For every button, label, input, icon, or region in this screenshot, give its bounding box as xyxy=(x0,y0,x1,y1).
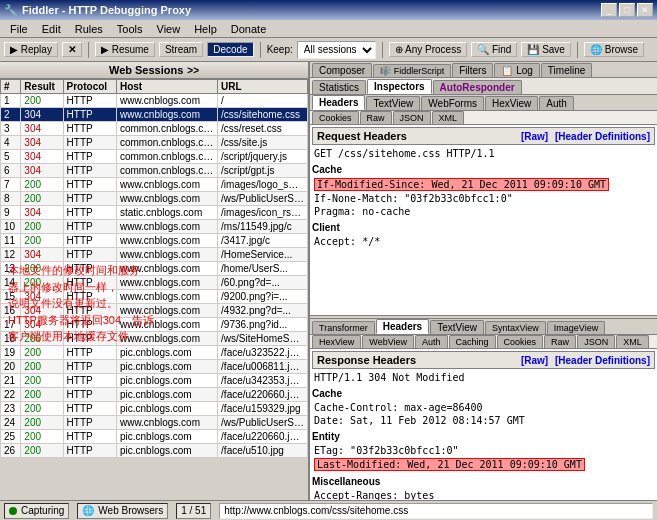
response-tab-textview[interactable]: TextView xyxy=(430,320,484,334)
table-row[interactable]: 17304HTTPwww.cnblogs.com/9736.png?id... xyxy=(1,318,308,332)
cell-result: 304 xyxy=(21,304,63,318)
response-subtab-caching[interactable]: Caching xyxy=(449,335,496,348)
request-raw-link[interactable]: [Raw] xyxy=(521,131,548,142)
request-tab-auth[interactable]: Auth xyxy=(539,96,574,110)
menu-edit[interactable]: Edit xyxy=(36,22,67,36)
collapse-arrow[interactable]: >> xyxy=(187,65,199,76)
table-row[interactable]: 12304HTTPwww.cnblogs.com/HomeService... xyxy=(1,248,308,262)
response-tab-syntaxview[interactable]: SyntaxView xyxy=(485,321,546,334)
response-subtab-cookies[interactable]: Cookies xyxy=(497,335,544,348)
table-row[interactable]: 21200HTTPpic.cnblogs.com/face/u342353.jp… xyxy=(1,374,308,388)
find-button[interactable]: 🔍 Find xyxy=(471,42,517,57)
keep-dropdown[interactable]: All sessions xyxy=(297,41,376,59)
request-tab-textview[interactable]: TextView xyxy=(366,96,420,110)
request-tab-hexview[interactable]: HexView xyxy=(485,96,538,110)
cell-protocol: HTTP xyxy=(63,402,116,416)
col-num[interactable]: # xyxy=(1,80,21,94)
table-row[interactable]: 8200HTTPwww.cnblogs.com/ws/PublicUserSer… xyxy=(1,192,308,206)
table-row[interactable]: 4304HTTPcommon.cnblogs.com/css/site.js xyxy=(1,136,308,150)
response-raw-link[interactable]: [Raw] xyxy=(521,355,548,366)
response-subtab-xml[interactable]: XML xyxy=(616,335,649,348)
close-button[interactable]: ✕ xyxy=(637,3,653,17)
table-row[interactable]: 15304HTTPwww.cnblogs.com/9200.png?i=... xyxy=(1,290,308,304)
tab-filters[interactable]: Filters xyxy=(452,63,493,77)
table-row[interactable]: 20200HTTPpic.cnblogs.com/face/u006811.jp… xyxy=(1,360,308,374)
browse-button[interactable]: 🌐 Browse xyxy=(584,42,644,57)
table-row[interactable]: 22200HTTPpic.cnblogs.com/face/u220660.jp… xyxy=(1,388,308,402)
col-url[interactable]: URL xyxy=(218,80,308,94)
replay-button[interactable]: ▶ Replay xyxy=(4,42,58,57)
save-button[interactable]: 💾 Save xyxy=(521,42,571,57)
cell-url: /css/site.js xyxy=(218,136,308,150)
response-header-def-link[interactable]: [Header Definitions] xyxy=(555,355,650,366)
cell-url: /ws/SiteHomeService xyxy=(218,332,308,346)
table-row[interactable]: 6304HTTPcommon.cnblogs.com/script/gpt.js xyxy=(1,164,308,178)
table-row[interactable]: 9304HTTPstatic.cnblogs.com/images/icon_r… xyxy=(1,206,308,220)
table-row[interactable]: 23200HTTPpic.cnblogs.com/face/u159329.jp… xyxy=(1,402,308,416)
table-row[interactable]: 18200HTTPwww.cnblogs.com/ws/SiteHomeServ… xyxy=(1,332,308,346)
maximize-button[interactable]: □ xyxy=(619,3,635,17)
response-subtab-auth[interactable]: Auth xyxy=(415,335,448,348)
menu-rules[interactable]: Rules xyxy=(69,22,109,36)
menu-help[interactable]: Help xyxy=(188,22,223,36)
table-row[interactable]: 25200HTTPpic.cnblogs.com/face/u220660.jp… xyxy=(1,430,308,444)
resume-button[interactable]: ▶ Resume xyxy=(95,42,155,57)
table-row[interactable]: 24200HTTPwww.cnblogs.com/ws/PublicUserSe… xyxy=(1,416,308,430)
table-row[interactable]: 11200HTTPwww.cnblogs.com/3417.jpg/c xyxy=(1,234,308,248)
table-row[interactable]: 1200HTTPwww.cnblogs.com/ xyxy=(1,94,308,108)
table-row[interactable]: 26200HTTPpic.cnblogs.com/face/u510.jpg xyxy=(1,444,308,458)
tab-statistics[interactable]: Statistics xyxy=(312,80,366,94)
tab-log[interactable]: 📋 Log xyxy=(494,63,539,77)
col-host[interactable]: Host xyxy=(116,80,217,94)
response-subtab-json[interactable]: JSON xyxy=(577,335,615,348)
col-protocol[interactable]: Protocol xyxy=(63,80,116,94)
x-button[interactable]: ✕ xyxy=(62,42,82,57)
table-row[interactable]: 10200HTTPwww.cnblogs.com/ms/11549.jpg/c xyxy=(1,220,308,234)
request-header-def-link[interactable]: [Header Definitions] xyxy=(555,131,650,142)
menu-tools[interactable]: Tools xyxy=(111,22,149,36)
stream-button[interactable]: Stream xyxy=(159,42,203,57)
request-tab-webforms[interactable]: WebForms xyxy=(421,96,484,110)
pragma: Pragma: no-cache xyxy=(312,205,655,218)
sessions-table[interactable]: # Result Protocol Host URL 1200HTTPwww.c… xyxy=(0,79,308,500)
decode-button[interactable]: Decode xyxy=(207,42,253,57)
cell-host: pic.cnblogs.com xyxy=(116,444,217,458)
response-subtab-hexview[interactable]: HexView xyxy=(312,335,361,348)
cell-result: 200 xyxy=(21,276,63,290)
tab-autoresponder[interactable]: AutoResponder xyxy=(433,80,522,94)
table-row[interactable]: 5304HTTPcommon.cnblogs.com/script/jquery… xyxy=(1,150,308,164)
response-tab-headers[interactable]: Headers xyxy=(376,319,429,334)
minimize-button[interactable]: _ xyxy=(601,3,617,17)
request-subtab-cookies[interactable]: Cookies xyxy=(312,111,359,124)
menu-view[interactable]: View xyxy=(151,22,187,36)
any-process-button[interactable]: ⊕ Any Process xyxy=(389,42,467,57)
web-browsers-label: Web Browsers xyxy=(98,505,163,516)
tab-inspectors[interactable]: Inspectors xyxy=(367,79,432,94)
table-row[interactable]: 3304HTTPcommon.cnblogs.com/css/reset.css xyxy=(1,122,308,136)
table-row[interactable]: 7200HTTPwww.cnblogs.com/images/logo_smal… xyxy=(1,178,308,192)
tab-composer[interactable]: Composer xyxy=(312,63,372,77)
window-controls[interactable]: _ □ ✕ xyxy=(601,3,653,17)
table-row[interactable]: 16304HTTPwww.cnblogs.com/4932.png?d=... xyxy=(1,304,308,318)
table-row[interactable]: 19200HTTPpic.cnblogs.com/face/u323522.jp… xyxy=(1,346,308,360)
response-subtab-raw[interactable]: Raw xyxy=(544,335,576,348)
col-result[interactable]: Result xyxy=(21,80,63,94)
cell-url: /face/u220660.jpg/c xyxy=(218,430,308,444)
table-row[interactable]: 14200HTTPwww.cnblogs.com/60.png?d=... xyxy=(1,276,308,290)
response-subtab-webview[interactable]: WebView xyxy=(362,335,414,348)
request-subtab-xml[interactable]: XML xyxy=(432,111,465,124)
cell-host: static.cnblogs.com xyxy=(116,206,217,220)
cell-result: 200 xyxy=(21,220,63,234)
tab-timeline[interactable]: Timeline xyxy=(541,63,592,77)
top-tab-bar: Composer 🎼 FiddlerScript Filters 📋 Log T… xyxy=(310,62,657,78)
response-tab-transformer[interactable]: Transformer xyxy=(312,321,375,334)
table-row[interactable]: 2304HTTPwww.cnblogs.com/css/sitehome.css xyxy=(1,108,308,122)
request-subtab-json[interactable]: JSON xyxy=(393,111,431,124)
request-tab-headers[interactable]: Headers xyxy=(312,95,365,110)
table-row[interactable]: 13200HTTPwww.cnblogs.com/home/UserS... xyxy=(1,262,308,276)
request-subtab-raw[interactable]: Raw xyxy=(360,111,392,124)
tab-fiddlerscript[interactable]: 🎼 FiddlerScript xyxy=(373,64,451,77)
menu-donate[interactable]: Donate xyxy=(225,22,272,36)
response-tab-imageview[interactable]: ImageView xyxy=(547,321,605,334)
menu-file[interactable]: File xyxy=(4,22,34,36)
